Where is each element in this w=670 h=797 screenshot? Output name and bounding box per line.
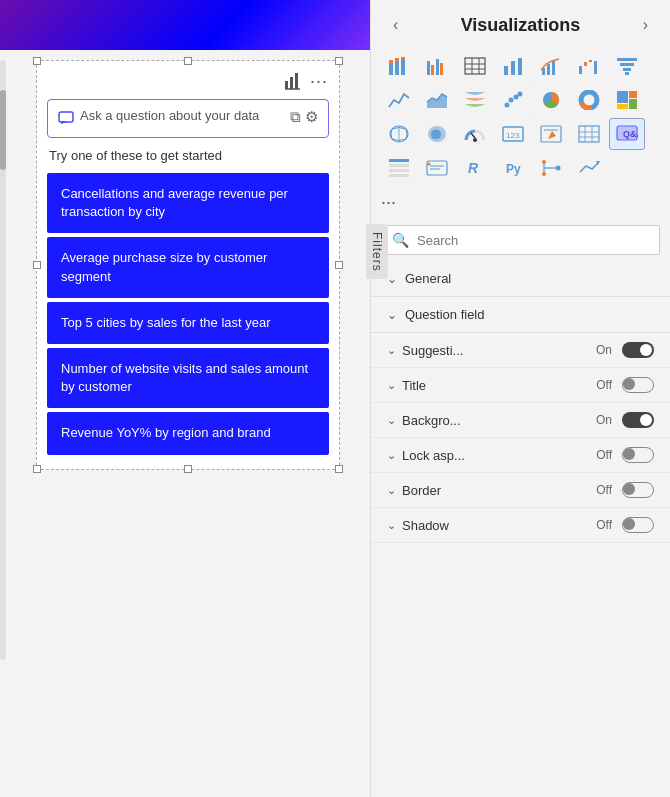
viz-r-visual[interactable]: R (457, 152, 493, 184)
viz-line-column[interactable] (533, 50, 569, 82)
viz-clustered-bar[interactable] (419, 50, 455, 82)
more-viz-icon[interactable]: ··· (381, 192, 396, 213)
suggestion-btn-4[interactable]: Revenue YoY% by region and brand (47, 412, 329, 454)
svg-rect-6 (389, 60, 393, 64)
suggestion-btn-0[interactable]: Cancellations and average revenue per tr… (47, 173, 329, 233)
toggle-bg-switch[interactable] (622, 412, 654, 428)
svg-rect-0 (285, 81, 288, 89)
svg-rect-1 (290, 77, 293, 89)
suggestion-btn-3[interactable]: Number of website visits and sales amoun… (47, 348, 329, 408)
resize-handle-mr[interactable] (335, 261, 343, 269)
svg-rect-9 (401, 59, 405, 75)
resize-handle-tl[interactable] (33, 57, 41, 65)
viz-table[interactable] (457, 50, 493, 82)
toggle-lock-switch[interactable] (622, 447, 654, 463)
chevron-shadow-icon: ⌄ (387, 519, 396, 532)
viz-ribbon-chart[interactable] (457, 84, 493, 116)
section-question-label: Question field (405, 307, 485, 322)
viz-smart-narrative[interactable] (419, 152, 455, 184)
viz-table2[interactable] (381, 152, 417, 184)
svg-rect-7 (395, 61, 399, 75)
svg-rect-22 (518, 58, 522, 75)
resize-handle-bm[interactable] (184, 465, 192, 473)
svg-line-50 (471, 133, 475, 138)
viz-column-chart[interactable] (495, 50, 531, 82)
svg-rect-15 (465, 58, 485, 74)
search-input[interactable] (417, 233, 649, 248)
qa-box[interactable]: Ask a question about your data ⧉ ⚙ (47, 99, 329, 138)
svg-rect-56 (579, 126, 599, 142)
svg-point-37 (514, 95, 519, 100)
viz-decomp-tree[interactable] (533, 152, 569, 184)
viz-kpi[interactable] (533, 118, 569, 150)
toggle-border-switch[interactable] (622, 482, 654, 498)
filters-tab[interactable]: Filters (366, 224, 388, 280)
toggle-row-background: ⌄ Backgro... On (371, 403, 670, 438)
svg-marker-34 (427, 94, 447, 108)
nav-left-arrow[interactable]: ‹ (387, 14, 404, 36)
svg-point-70 (428, 163, 431, 166)
svg-rect-45 (617, 104, 628, 109)
section-question-field[interactable]: ⌄ Question field (371, 297, 670, 333)
suggestion-btn-2[interactable]: Top 5 cities by sales for the last year (47, 302, 329, 344)
toggle-border-track[interactable] (622, 482, 654, 498)
chevron-qfield-icon: ⌄ (387, 308, 397, 322)
toggle-row-border: ⌄ Border Off (371, 473, 670, 508)
toolbar-row: ··· (47, 71, 329, 91)
viz-qa-visual[interactable]: Q&A (609, 118, 645, 150)
chevron-suggestions-icon: ⌄ (387, 344, 396, 357)
settings-area: ⌄ General ⌄ Question field ⌄ Suggesti...… (371, 261, 670, 797)
viz-matrix[interactable] (571, 118, 607, 150)
svg-rect-11 (427, 61, 430, 75)
toggle-shadow-track[interactable] (622, 517, 654, 533)
viz-pie-chart[interactable] (533, 84, 569, 116)
svg-rect-27 (584, 62, 587, 66)
svg-rect-31 (620, 63, 634, 66)
svg-rect-2 (295, 73, 298, 89)
toggle-bg-track[interactable] (622, 412, 654, 428)
qa-gear-icon[interactable]: ⚙ (305, 108, 318, 126)
toggle-shadow-switch[interactable] (622, 517, 654, 533)
more-options-icon[interactable]: ··· (309, 71, 329, 91)
svg-rect-66 (389, 174, 409, 177)
resize-handle-tm[interactable] (184, 57, 192, 65)
canvas-area: ··· Ask a question about your data ⧉ ⚙ (36, 60, 340, 470)
toggle-title-track[interactable] (622, 377, 654, 393)
toggle-suggestions-track[interactable] (622, 342, 654, 358)
qa-copy-icon[interactable]: ⧉ (290, 108, 301, 126)
resize-handle-bl[interactable] (33, 465, 41, 473)
svg-rect-43 (629, 91, 637, 98)
svg-rect-33 (625, 72, 629, 75)
nav-arrows-right: › (637, 14, 654, 36)
resize-handle-tr[interactable] (335, 57, 343, 65)
left-scrollbar[interactable] (0, 60, 6, 660)
chart-type-icon[interactable] (283, 71, 303, 91)
suggestion-btn-1[interactable]: Average purchase size by customer segmen… (47, 237, 329, 297)
toggle-title-switch[interactable] (622, 377, 654, 393)
viz-waterfall[interactable] (571, 50, 607, 82)
viz-scatter[interactable] (495, 84, 531, 116)
viz-python-visual[interactable]: Py (495, 152, 531, 184)
viz-map[interactable] (381, 118, 417, 150)
viz-filled-map[interactable] (419, 118, 455, 150)
svg-point-77 (542, 160, 546, 164)
viz-card[interactable]: 123 (495, 118, 531, 150)
svg-rect-20 (504, 66, 508, 75)
viz-funnel[interactable] (609, 50, 645, 82)
svg-rect-14 (440, 63, 443, 75)
svg-rect-32 (623, 68, 631, 71)
viz-arrows[interactable] (571, 152, 607, 184)
resize-handle-ml[interactable] (33, 261, 41, 269)
toggle-lock-track[interactable] (622, 447, 654, 463)
nav-right-arrow[interactable]: › (637, 14, 654, 36)
resize-handle-br[interactable] (335, 465, 343, 473)
viz-treemap[interactable] (609, 84, 645, 116)
viz-line-chart[interactable] (381, 84, 417, 116)
viz-stacked-bar[interactable] (381, 50, 417, 82)
svg-text:123: 123 (506, 131, 520, 140)
toggle-suggestions-switch[interactable] (622, 342, 654, 358)
viz-area-chart[interactable] (419, 84, 455, 116)
viz-donut-chart[interactable] (571, 84, 607, 116)
viz-gauge[interactable] (457, 118, 493, 150)
section-general[interactable]: ⌄ General (371, 261, 670, 297)
